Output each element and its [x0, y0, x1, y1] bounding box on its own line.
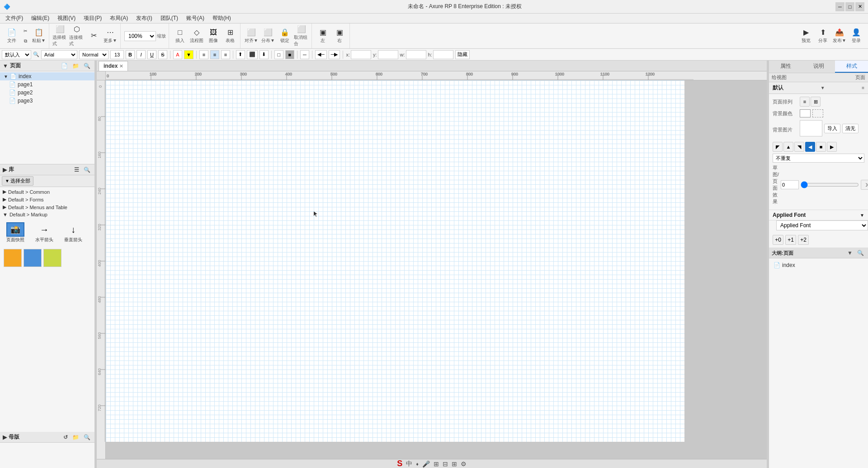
more-button[interactable]: ⋯ 更多▼ [102, 25, 118, 47]
bg-align-mc[interactable]: ■ [816, 142, 826, 152]
connect-mode-button[interactable]: ⬡ 连接模式 [69, 25, 85, 47]
bg-clear-button[interactable]: 清无 [842, 124, 859, 133]
font-size-0-button[interactable]: +0 [773, 235, 783, 245]
login-button[interactable]: 👤 登录 [848, 25, 864, 47]
distribute-button[interactable]: ⬜ 分布▼ [260, 25, 276, 47]
font-size-1-button[interactable]: +1 [785, 235, 796, 245]
tab-properties[interactable]: 属性 [769, 61, 802, 73]
style-select[interactable]: 默认入 [2, 50, 31, 59]
lib-item-h-arrow[interactable]: → 水平箭头 [31, 220, 58, 245]
right-view-button[interactable]: ▣ 右 [331, 25, 348, 47]
canvas-content[interactable] [106, 80, 684, 442]
canvas-scroll-area[interactable]: 0 100 200 300 400 500 600 [97, 71, 767, 459]
arrange-grid-btn[interactable]: ⊞ [811, 97, 821, 107]
select-mode-button[interactable]: ⬜ 选择模式 [52, 25, 68, 47]
bg-align-tr[interactable]: ◥ [794, 142, 804, 152]
tab-style[interactable]: 样式 [835, 61, 868, 73]
left-view-button[interactable]: ▣ 左 [315, 25, 331, 47]
menu-file[interactable]: 文件(F) [2, 14, 27, 23]
bg-align-mr[interactable]: ▶ [827, 142, 837, 152]
strikethrough-button[interactable]: S [158, 50, 167, 59]
bold-button[interactable]: B [126, 50, 135, 59]
menu-layout[interactable]: 布局(A) [106, 14, 132, 23]
menu-publish[interactable]: 发布(I) [132, 14, 156, 23]
align-right-button[interactable]: ≡ [221, 50, 230, 59]
tab-index[interactable]: index ✕ [99, 61, 128, 71]
swatch-blue[interactable] [24, 249, 42, 267]
font-select[interactable]: Arial [41, 50, 77, 59]
outline-search-icon[interactable]: 🔍 [856, 249, 865, 257]
tab-notes[interactable]: 说明 [802, 61, 835, 73]
status-dot-icon[interactable]: ♦ [416, 461, 419, 467]
arrange-list-btn[interactable]: ≡ [800, 97, 810, 107]
border-button[interactable]: □ [274, 50, 283, 59]
lib-markup[interactable]: ▼ Default > Markup [0, 211, 94, 218]
swatch-yellow-green[interactable] [43, 249, 61, 267]
fill-button[interactable]: ■ [285, 50, 294, 59]
flowchart-button[interactable]: ◇ 流程图 [189, 25, 205, 47]
x-input[interactable] [351, 50, 371, 59]
swatch-orange[interactable] [4, 249, 22, 267]
pages-search-icon[interactable]: 🔍 [82, 62, 92, 70]
h-input[interactable] [433, 50, 453, 59]
align-center-button[interactable]: ≡ [210, 50, 219, 59]
bg-import-button[interactable]: 导入 [824, 124, 840, 133]
insert-button[interactable]: □ 插入 [172, 25, 188, 47]
font-style-select[interactable]: Normal [79, 50, 108, 59]
masters-folder-icon[interactable]: 📁 [71, 434, 80, 441]
valign-mid-button[interactable]: ⬛ [247, 50, 258, 59]
image-button[interactable]: 🖼 图像 [205, 25, 222, 47]
zoom-select[interactable]: 100% [124, 31, 156, 41]
line-type-button[interactable]: ─ [300, 50, 309, 59]
library-header[interactable]: ▶ 库 ☰ 🔍 [0, 164, 94, 175]
y-input[interactable] [378, 50, 398, 59]
status-plus-icon[interactable]: ⊞ [452, 460, 457, 468]
maximize-button[interactable]: □ [845, 2, 854, 11]
close-button[interactable]: ✕ [855, 2, 864, 11]
highlight-button[interactable]: ▼ [184, 50, 193, 59]
copy-button[interactable]: ⧉ [20, 36, 30, 46]
line-end-button[interactable]: ─▶ [329, 50, 340, 59]
bg-color-box2[interactable] [812, 109, 823, 117]
select-all-button[interactable]: ▼ 选择全部 [2, 176, 33, 186]
pages-header[interactable]: ▼ 页面 📄 📁 🔍 [0, 61, 94, 71]
underline-button[interactable]: U [147, 50, 156, 59]
masters-header[interactable]: ▶ 母版 ↺ 📁 🔍 [0, 432, 94, 443]
sketch-moon-icon[interactable]: ☽ [861, 180, 868, 190]
page-item-page2[interactable]: 📄 page2 [0, 89, 94, 97]
status-s-icon[interactable]: S [397, 459, 402, 468]
menu-team[interactable]: 团队(T) [157, 14, 182, 23]
status-settings-icon[interactable]: ⚙ [461, 460, 467, 468]
tab-close-icon[interactable]: ✕ [119, 64, 123, 69]
lib-common[interactable]: ▶ Default > Common [0, 188, 94, 196]
crop-button[interactable]: ✂ [85, 25, 102, 47]
publish2-button[interactable]: ⬆ 分享 [815, 25, 831, 47]
page-item-page1[interactable]: 📄 page1 [0, 80, 94, 89]
lib-menus[interactable]: ▶ Default > Menus and Table [0, 203, 94, 211]
lib-forms[interactable]: ▶ Default > Forms [0, 196, 94, 203]
bg-repeat-select[interactable]: 不重复 [773, 154, 864, 163]
menu-help[interactable]: 帮助(H) [209, 14, 235, 23]
valign-top-button[interactable]: ⬆ [236, 50, 245, 59]
page-item-index[interactable]: ▼ 📄 index [0, 72, 94, 80]
pages-add-icon[interactable]: 📄 [60, 62, 69, 70]
export-button[interactable]: 📤 发布▼ [831, 25, 848, 47]
w-input[interactable] [406, 50, 426, 59]
valign-bot-button[interactable]: ⬇ [259, 50, 269, 59]
sketch-value[interactable] [781, 180, 799, 189]
masters-search-icon[interactable]: 🔍 [82, 434, 92, 441]
font-size-2-button[interactable]: +2 [798, 235, 809, 245]
table-button[interactable]: ⊞ 表格 [222, 25, 238, 47]
italic-button[interactable]: I [137, 50, 146, 59]
bg-align-tl[interactable]: ◤ [773, 142, 783, 152]
paste-button[interactable]: 📋 粘贴▼ [31, 25, 47, 47]
align-left-button[interactable]: ≡ [199, 50, 208, 59]
bg-align-ml[interactable]: ◀ [805, 142, 815, 152]
menu-edit[interactable]: 编辑(E) [28, 14, 53, 23]
hidden-button[interactable]: 隐藏 [455, 50, 470, 59]
status-minus-icon[interactable]: ⊟ [443, 460, 448, 468]
preview-button[interactable]: ▶ 预览 [798, 25, 814, 47]
masters-refresh-icon[interactable]: ↺ [62, 434, 69, 441]
cut-button[interactable]: ✂ [20, 26, 30, 36]
menu-account[interactable]: 账号(A) [183, 14, 208, 23]
